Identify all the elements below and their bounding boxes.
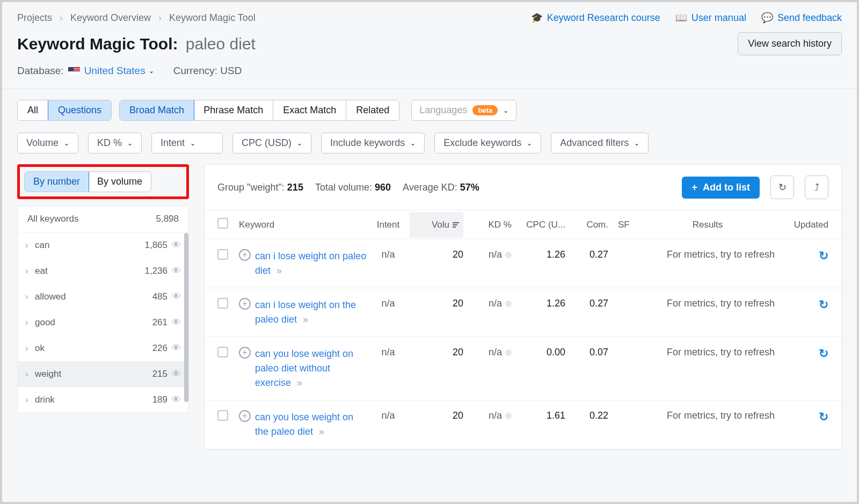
view-search-history-button[interactable]: View search history xyxy=(738,32,842,55)
kd-cell: n/a xyxy=(463,249,512,260)
row-checkbox[interactable] xyxy=(217,347,228,357)
group-count: 485 xyxy=(134,291,168,302)
difficulty-dot-icon xyxy=(505,252,512,258)
results-cell: For metrics, try to refresh xyxy=(640,410,775,421)
column-cpc[interactable]: CPC (U... xyxy=(512,220,565,230)
beta-badge: beta xyxy=(472,105,498,115)
row-checkbox[interactable] xyxy=(217,410,228,421)
column-keyword[interactable]: Keyword xyxy=(239,220,367,230)
advanced-filters[interactable]: Advanced filters⌄ xyxy=(551,133,649,154)
database-value: United States xyxy=(84,65,145,77)
refresh-icon[interactable]: ↻ xyxy=(819,410,828,424)
column-kd[interactable]: KD % xyxy=(463,220,512,230)
eye-icon[interactable]: 👁 xyxy=(172,369,181,379)
eye-icon[interactable]: 👁 xyxy=(172,240,181,251)
filter-label: KD % xyxy=(97,137,122,149)
refresh-icon[interactable]: ↻ xyxy=(819,347,828,361)
column-results[interactable]: Results xyxy=(640,220,775,230)
refresh-icon[interactable]: ↻ xyxy=(819,298,828,312)
export-button[interactable]: ⤴ xyxy=(805,176,828,199)
group-name: ok xyxy=(35,343,134,354)
all-keywords-label[interactable]: All keywords xyxy=(27,214,78,224)
refresh-button[interactable]: ↻ xyxy=(770,176,794,199)
chevron-right-icon: › xyxy=(158,12,162,24)
eye-icon[interactable]: 👁 xyxy=(172,395,181,405)
database-label: Database: xyxy=(17,65,64,77)
chat-icon: 💬 xyxy=(761,12,773,24)
tab-questions[interactable]: Questions xyxy=(48,100,112,121)
eye-icon[interactable]: 👁 xyxy=(172,317,181,328)
sort-by-volume[interactable]: By volume xyxy=(89,172,151,192)
kd-filter[interactable]: KD %⌄ xyxy=(88,133,142,154)
tab-related[interactable]: Related xyxy=(346,100,399,120)
eye-icon[interactable]: 👁 xyxy=(172,266,181,276)
cpc-cell: 0.00 xyxy=(512,347,565,358)
expand-button[interactable]: + xyxy=(239,347,251,359)
column-volume[interactable]: Volu xyxy=(410,212,463,238)
chevron-down-icon: ⌄ xyxy=(527,140,532,147)
intent-cell: n/a xyxy=(367,410,410,421)
tab-exact-match[interactable]: Exact Match xyxy=(273,100,346,120)
user-manual-link[interactable]: 📖 User manual xyxy=(675,12,746,24)
tab-broad-match[interactable]: Broad Match xyxy=(119,100,194,121)
currency-value: USD xyxy=(220,65,242,76)
keyword-group-row[interactable]: › drink 189 👁 xyxy=(18,387,188,413)
filter-label: Include keywords xyxy=(330,137,405,149)
flag-us-icon xyxy=(68,67,80,75)
volume-filter[interactable]: Volume⌄ xyxy=(17,133,78,154)
row-checkbox[interactable] xyxy=(217,298,228,309)
column-sf[interactable]: SF xyxy=(608,220,640,230)
keyword-group-row[interactable]: › ok 226 👁 xyxy=(18,335,188,361)
select-all-checkbox[interactable] xyxy=(217,218,228,229)
breadcrumb-item[interactable]: Keyword Magic Tool xyxy=(169,12,256,24)
filter-label: Advanced filters xyxy=(560,137,629,149)
kd-cell: n/a xyxy=(463,410,512,421)
eye-icon[interactable]: 👁 xyxy=(172,291,181,302)
keyword-group-row[interactable]: › good 261 👁 xyxy=(18,310,188,335)
kd-cell: n/a xyxy=(463,298,512,309)
expand-button[interactable]: + xyxy=(239,249,251,261)
keyword-research-course-link[interactable]: 🎓 Keyword Research course xyxy=(531,12,660,24)
tab-phrase-match[interactable]: Phrase Match xyxy=(194,100,273,120)
sort-by-number[interactable]: By number xyxy=(24,171,89,192)
column-updated[interactable]: Updated xyxy=(775,220,828,230)
keyword-group-row[interactable]: › weight 215 👁 xyxy=(18,361,188,387)
languages-dropdown[interactable]: Languages beta ⌄ xyxy=(411,100,516,121)
all-keywords-count: 5,898 xyxy=(156,214,179,224)
sort-desc-icon xyxy=(453,222,459,228)
exclude-keywords-filter[interactable]: Exclude keywords⌄ xyxy=(434,133,541,154)
keyword-group-row[interactable]: › allowed 485 👁 xyxy=(18,284,188,310)
chevron-right-icon: › xyxy=(25,240,35,251)
keyword-group-row[interactable]: › eat 1,236 👁 xyxy=(18,258,188,284)
keyword-link[interactable]: can you lose weight on paleo diet withou… xyxy=(255,347,367,390)
keyword-group-row[interactable]: › can 1,865 👁 xyxy=(18,232,188,258)
updated-cell: ↻ xyxy=(775,298,828,312)
link-label: Send feedback xyxy=(777,12,842,24)
send-feedback-link[interactable]: 💬 Send feedback xyxy=(761,12,842,24)
chevron-right-icon: › xyxy=(25,395,35,405)
breadcrumb-item[interactable]: Keyword Overview xyxy=(70,12,151,24)
com-cell: 0.27 xyxy=(565,249,608,260)
keyword-link[interactable]: can i lose weight on the paleo diet » xyxy=(255,298,367,327)
include-keywords-filter[interactable]: Include keywords⌄ xyxy=(321,133,425,154)
expand-button[interactable]: + xyxy=(239,410,251,422)
add-to-list-button[interactable]: +Add to list xyxy=(682,177,760,199)
chevron-down-icon: ⌄ xyxy=(297,140,302,147)
database-selector[interactable]: Database: United States ⌄ xyxy=(17,65,154,77)
expand-button[interactable]: + xyxy=(239,298,251,310)
chevron-down-icon: ⌄ xyxy=(503,107,508,114)
column-intent[interactable]: Intent xyxy=(367,220,410,230)
tab-all[interactable]: All xyxy=(18,100,48,120)
table-row: + can you lose weight on the paleo diet … xyxy=(205,400,841,449)
keyword-link[interactable]: can i lose weight on paleo diet » xyxy=(255,249,367,278)
intent-filter[interactable]: Intent⌄ xyxy=(151,133,223,154)
breadcrumb-item[interactable]: Projects xyxy=(17,12,52,24)
column-com[interactable]: Com. xyxy=(565,220,608,230)
intent-cell: n/a xyxy=(367,249,410,260)
keyword-link[interactable]: can you lose weight on the paleo diet » xyxy=(255,410,367,439)
cpc-filter[interactable]: CPC (USD)⌄ xyxy=(232,133,311,154)
row-checkbox[interactable] xyxy=(217,249,228,260)
scrollbar[interactable] xyxy=(184,233,188,402)
refresh-icon[interactable]: ↻ xyxy=(819,249,828,263)
eye-icon[interactable]: 👁 xyxy=(172,343,181,354)
